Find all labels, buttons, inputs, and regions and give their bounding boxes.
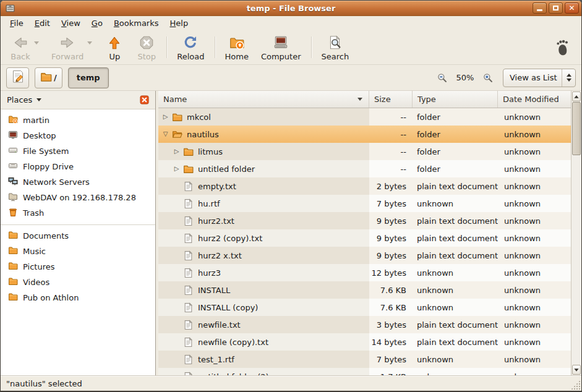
file-size-cell: 9 bytes (369, 229, 413, 247)
file-row[interactable]: newfile.txt 3 bytes plain text document … (158, 316, 571, 333)
toolbar-button-label: Search (322, 52, 349, 61)
file-type-cell: plain text document (413, 247, 498, 264)
menu-item[interactable]: File (4, 17, 29, 29)
titlebar[interactable]: temp - File Browser ✕ (1, 1, 581, 16)
view-as-select[interactable]: View as List (503, 69, 576, 87)
menu-item[interactable]: Bookmarks (108, 17, 165, 29)
file-row[interactable]: hurz2 (copy).txt 9 bytes plain text docu… (158, 229, 571, 247)
file-type-icon (183, 164, 194, 174)
menu-item[interactable]: Go (86, 17, 108, 29)
root-path-button[interactable]: / (35, 67, 62, 88)
zoom-out-button[interactable] (437, 72, 448, 83)
maximize-button[interactable] (549, 2, 563, 14)
file-row[interactable]: litmus -- folder unknown (158, 143, 571, 160)
file-row[interactable]: nautilus -- folder unknown (158, 126, 571, 143)
window-icon[interactable] (5, 3, 15, 14)
toolbar-button[interactable]: Back (4, 32, 36, 62)
file-modified-cell: unknown (498, 264, 571, 281)
file-name: hurz3 (198, 268, 221, 278)
expander-icon[interactable] (161, 131, 170, 137)
column-header-name[interactable]: Name (158, 91, 369, 108)
file-row[interactable]: test_1.rtf 7 bytes unknown unknown (158, 351, 571, 368)
sidebar-item[interactable]: martin (1, 113, 155, 128)
sidebar-item[interactable]: File System (1, 143, 155, 159)
expander-icon[interactable] (172, 148, 181, 155)
toolbar-button-label: Reload (177, 52, 204, 61)
places-list: martin Desktop File System Flopp (1, 109, 155, 375)
file-row[interactable]: mkcol -- folder unknown (158, 108, 571, 126)
toolbar-button[interactable]: Forward (45, 32, 90, 62)
resize-grip[interactable] (571, 380, 580, 390)
scroll-down-button[interactable] (572, 365, 581, 375)
toolbar-button[interactable]: Search (315, 32, 356, 62)
column-header-size[interactable]: Size (369, 91, 413, 108)
toolbar-button[interactable]: Computer (255, 32, 307, 62)
main-area: Places martin Desktop (1, 91, 581, 375)
edit-location-button[interactable] (6, 67, 29, 88)
file-row[interactable]: untitled folder (2) 1.7 KB unknown unkno… (158, 368, 571, 375)
sidebar-item[interactable]: Network Servers (1, 174, 155, 190)
current-path-button[interactable]: temp (68, 67, 109, 88)
file-row[interactable]: hurz3 12 bytes unknown unknown (158, 264, 571, 281)
file-modified-cell: unknown (498, 299, 571, 316)
sidebar-item-icon (8, 114, 18, 126)
minimize-button[interactable] (533, 2, 547, 14)
column-header-type[interactable]: Type (413, 91, 498, 108)
sidebar-item[interactable]: Documents (1, 228, 155, 244)
file-type-cell: unknown (413, 195, 498, 212)
toolbar-button[interactable]: Up (98, 32, 131, 62)
sidebar-item-label: Documents (23, 231, 69, 241)
sidebar-item[interactable]: Music (1, 244, 155, 259)
toolbar-button[interactable]: Home (219, 32, 255, 62)
scroll-up-button[interactable] (572, 92, 581, 101)
sidebar-item[interactable]: WebDAV on 192.168.178.28 (1, 190, 155, 205)
file-row[interactable]: INSTALL 7.6 KB unknown unknown (158, 281, 571, 299)
scrollbar-thumb[interactable] (572, 102, 581, 155)
file-size-cell: 3 bytes (369, 316, 413, 333)
file-row[interactable]: INSTALL (copy) 7.6 KB unknown unknown (158, 299, 571, 316)
list-header: Name Size Type Date Modified (158, 91, 571, 108)
file-modified-cell: unknown (498, 333, 571, 351)
menu-item[interactable]: Help (165, 17, 194, 29)
toolbar-button-label: Home (225, 52, 249, 61)
sidebar-item-icon (8, 292, 18, 304)
sidebar-item[interactable]: Floppy Drive (1, 159, 155, 174)
expander-icon[interactable] (161, 114, 170, 120)
expander-icon[interactable] (172, 166, 181, 172)
spin-down-icon (567, 79, 571, 82)
toolbar-button-icon (12, 34, 28, 51)
sidebar-close-button[interactable] (140, 95, 149, 104)
file-browser-window: temp - File Browser ✕ File Edit View Go … (0, 0, 582, 392)
file-name-cell: INSTALL (158, 281, 369, 299)
file-list-area: Name Size Type Date Modified m (158, 91, 581, 375)
vertical-scrollbar[interactable] (571, 91, 581, 375)
zoom-in-button[interactable] (482, 72, 494, 83)
sidebar-item-icon (8, 245, 18, 257)
file-modified-cell: unknown (498, 160, 571, 177)
file-type-cell: plain text document (413, 333, 498, 351)
file-row[interactable]: empty.txt 2 bytes plain text document un… (158, 177, 571, 195)
file-type-cell: unknown (413, 281, 498, 299)
file-row[interactable]: hurz2.txt 9 bytes plain text document un… (158, 212, 571, 229)
sidebar-item[interactable]: Desktop (1, 128, 155, 143)
toolbar-button[interactable]: Reload (171, 32, 210, 62)
places-menu-button[interactable]: Places (7, 95, 32, 104)
file-size-cell: -- (369, 126, 413, 143)
file-row[interactable]: hurz2 x.txt 9 bytes plain text document … (158, 247, 571, 264)
toolbar-button[interactable]: Stop (131, 32, 163, 62)
root-path-label: / (54, 73, 57, 82)
menu-item[interactable]: Edit (29, 17, 56, 29)
column-header-date-modified[interactable]: Date Modified (498, 91, 571, 108)
sidebar-item[interactable]: Pictures (1, 259, 155, 275)
sidebar-item[interactable]: Videos (1, 275, 155, 290)
file-row[interactable]: untitled folder -- folder unknown (158, 160, 571, 177)
file-name-cell: hurz3 (158, 264, 369, 281)
file-row[interactable]: newfile (copy).txt 14 bytes plain text d… (158, 333, 571, 351)
sidebar-item[interactable]: Pub on Athlon (1, 290, 155, 305)
menu-item[interactable]: View (56, 17, 86, 29)
sidebar-item[interactable]: Trash (1, 205, 155, 225)
file-modified-cell: unknown (498, 126, 571, 143)
file-row[interactable]: hu.rtf 7 bytes unknown unknown (158, 195, 571, 212)
close-button[interactable]: ✕ (565, 2, 579, 14)
sidebar-item-label: File System (23, 147, 69, 156)
